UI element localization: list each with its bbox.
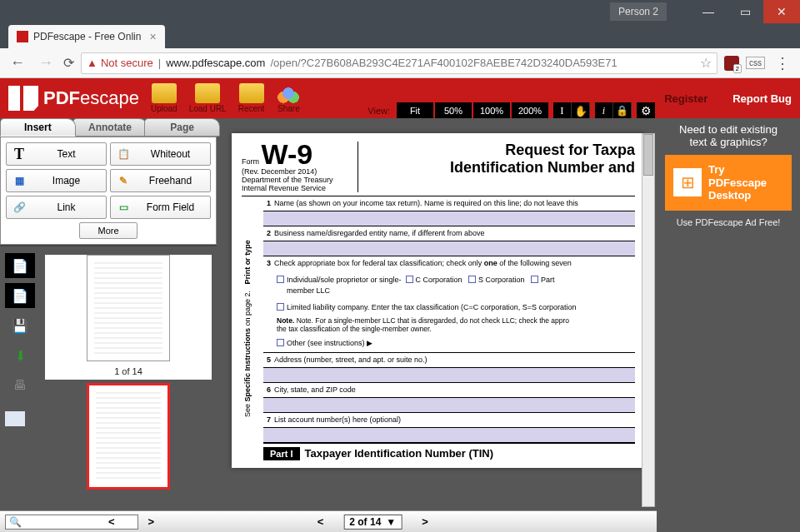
settings-gear-button[interactable]: ⚙ — [637, 102, 655, 119]
page-navigation: < 2 of 14▼ > — [318, 515, 428, 530]
side-blank-icon[interactable] — [5, 411, 25, 426]
chk-partner[interactable] — [531, 276, 538, 283]
thumb-page-2[interactable] — [87, 383, 170, 490]
w9-row-2-fill[interactable] — [263, 241, 635, 256]
w9-row-7: 7List account number(s) here (optional) — [263, 413, 635, 428]
window-titlebar: Person 2 — ▭ ✕ — [0, 0, 800, 23]
w9-row-6-fill[interactable] — [263, 398, 635, 413]
load-url-button[interactable]: Load URL — [189, 83, 227, 113]
w9-part1: Part ITaxpayer Identification Number (TI… — [263, 443, 635, 460]
window-minimize-button[interactable]: — — [690, 0, 727, 23]
register-link[interactable]: Register — [664, 92, 708, 105]
url-path: /open/?C27B608AB293C4E271AF400102F8AEBE7… — [270, 57, 617, 69]
w9-note: Note. Note. For a single-member LLC that… — [263, 315, 635, 335]
bookmark-star-icon[interactable]: ☆ — [700, 55, 712, 71]
zoom-100-button[interactable]: 100% — [473, 102, 510, 119]
page-select[interactable]: 2 of 14▼ — [343, 515, 402, 530]
chk-ccorp[interactable] — [406, 276, 413, 283]
reload-button[interactable]: ⟳ — [63, 55, 74, 71]
pdf-page[interactable]: Form W-9 (Rev. December 2014) Department… — [232, 133, 645, 468]
page-next-button[interactable]: > — [422, 515, 428, 528]
ublock-extension-icon[interactable] — [724, 56, 739, 71]
page-prev-button[interactable]: < — [318, 515, 324, 528]
desktop-cta-button[interactable]: ⊞ Try PDFescape Desktop — [665, 155, 792, 211]
recent-button[interactable]: Recent — [238, 83, 265, 113]
chk-scorp[interactable] — [468, 276, 476, 283]
insert-tools: TText 📋Whiteout ▦Image ✎Freehand 🔗Link ▭… — [0, 137, 217, 245]
hand-cursor-button[interactable]: ✋ — [572, 102, 590, 119]
tool-freehand[interactable]: ✎Freehand — [110, 169, 211, 192]
share-icon — [276, 83, 301, 103]
not-secure-label: Not secure — [101, 57, 153, 69]
browser-menu-button[interactable]: ⋮ — [772, 54, 793, 72]
window-maximize-button[interactable]: ▭ — [727, 0, 763, 23]
warning-icon: ▲ — [87, 57, 98, 69]
pdfescape-logo[interactable]: PDFescape — [8, 86, 139, 111]
right-ad-panel: Need to edit existingtext & graphics? ⊞ … — [657, 118, 800, 532]
forward-button[interactable]: → — [35, 54, 57, 72]
thumb-page-1[interactable] — [87, 255, 170, 361]
text-cursor-button[interactable]: I — [553, 102, 572, 119]
ad-headline: Need to edit existingtext & graphics? — [662, 123, 795, 148]
side-save-icon[interactable]: 💾 — [5, 313, 35, 338]
zoom-fit-button[interactable]: Fit — [397, 102, 433, 119]
side-doc-white-icon[interactable]: 📄 — [5, 253, 35, 278]
thumb-next-button[interactable]: > — [148, 515, 155, 528]
side-print-icon[interactable]: 🖶 — [5, 373, 35, 398]
tool-formfield[interactable]: ▭Form Field — [110, 196, 211, 219]
ad-free-link[interactable]: Use PDFescape Ad Free! — [662, 217, 795, 227]
w9-title-2: Identification Number and — [367, 159, 635, 177]
share-button[interactable]: Share — [276, 83, 301, 113]
css-extension-icon[interactable]: css — [746, 57, 765, 69]
app-header: PDFescape Upload Load URL Recent Share R… — [0, 78, 800, 118]
tab-page[interactable]: Page — [144, 118, 220, 137]
tool-image[interactable]: ▦Image — [6, 169, 107, 192]
zoom-200-button[interactable]: 200% — [512, 102, 548, 119]
tool-whiteout[interactable]: 📋Whiteout — [110, 142, 211, 166]
document-scroll-area[interactable]: Form W-9 (Rev. December 2014) Department… — [217, 118, 657, 514]
w9-row-1-fill[interactable] — [263, 211, 635, 226]
thumb-prev-button[interactable]: < — [108, 515, 115, 528]
side-icon-column: 📄 📄 💾 ⬇ 🖶 — [0, 246, 40, 532]
search-icon: 🔍 — [9, 516, 22, 528]
profile-badge[interactable]: Person 2 — [610, 2, 667, 21]
browser-tab[interactable]: PDFescape - Free Onlin × — [8, 25, 165, 48]
whiteout-icon: 📋 — [116, 147, 131, 162]
vertical-scrollbar[interactable] — [642, 133, 655, 507]
thumbnail-list[interactable]: 1 of 14 — [40, 246, 217, 532]
w9-row-5-fill[interactable] — [263, 368, 635, 383]
tab-insert[interactable]: Insert — [0, 118, 76, 137]
side-doc-red-icon[interactable]: 📄 — [5, 283, 35, 308]
window-close-button[interactable]: ✕ — [763, 0, 800, 23]
view-label: View: — [362, 106, 395, 116]
report-bug-link[interactable]: Report Bug — [732, 92, 792, 105]
tab-close-button[interactable]: × — [149, 30, 156, 43]
side-download-icon[interactable]: ⬇ — [5, 343, 35, 368]
lock-button[interactable]: 🔒 — [613, 102, 632, 119]
image-icon: ▦ — [12, 173, 27, 188]
browser-toolbar: ← → ⟳ ▲ Not secure | www.pdfescape.com/o… — [0, 48, 800, 78]
thumb-page-1-label: 1 of 14 — [45, 365, 212, 378]
browser-tabstrip: PDFescape - Free Onlin × — [0, 23, 800, 48]
address-bar[interactable]: ▲ Not secure | www.pdfescape.com/open/?C… — [81, 52, 718, 74]
upload-button[interactable]: Upload — [151, 83, 178, 113]
thumbnails-area: 📄 📄 💾 ⬇ 🖶 1 of 14 — [0, 245, 217, 532]
back-button[interactable]: ← — [7, 54, 28, 72]
w9-row-7-fill[interactable] — [263, 428, 635, 443]
w9-checks-1: Individual/sole proprietor or single-mem… — [263, 271, 635, 299]
tool-link[interactable]: 🔗Link — [6, 196, 107, 219]
vertical-scroll-thumb[interactable] — [643, 134, 653, 176]
chk-individual[interactable] — [277, 276, 284, 283]
w9-checks-3: Other (see instructions) ▶ — [263, 335, 635, 353]
chk-other[interactable] — [277, 339, 284, 346]
chk-llc[interactable] — [277, 303, 284, 311]
tab-annotate[interactable]: Annotate — [72, 118, 148, 137]
tool-text[interactable]: TText — [6, 142, 107, 166]
recent-icon — [239, 83, 264, 103]
zoom-50-button[interactable]: 50% — [435, 102, 472, 119]
upload-icon — [152, 83, 177, 103]
w9-row-2: 2Business name/disregarded entity name, … — [263, 226, 635, 241]
security-indicator[interactable]: ▲ Not secure — [87, 57, 153, 69]
more-tools-button[interactable]: More — [79, 222, 138, 239]
info-button[interactable]: i — [595, 102, 613, 119]
